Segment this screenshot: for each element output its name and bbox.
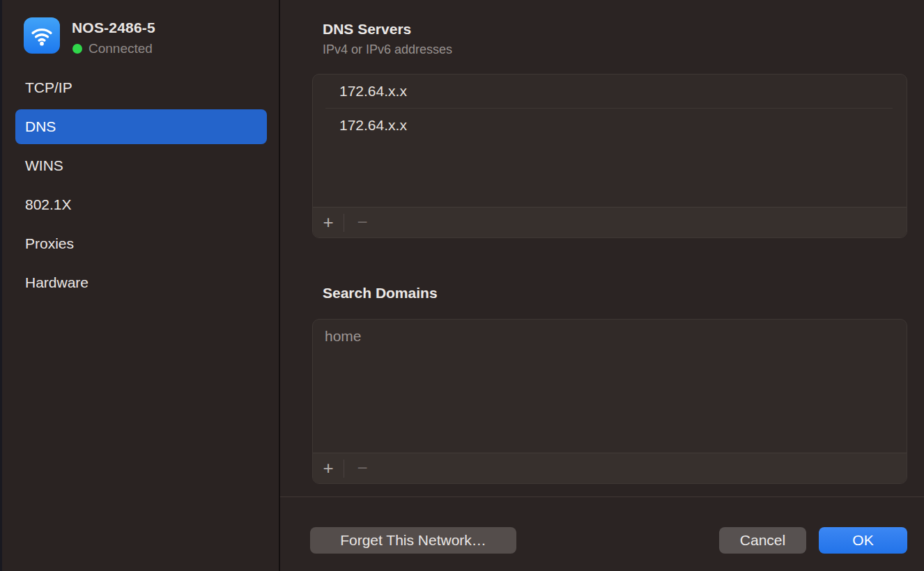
- dns-servers-title: DNS Servers: [323, 21, 411, 38]
- remove-search-domain-button[interactable]: −: [344, 453, 380, 484]
- wifi-glyph: [29, 23, 54, 48]
- sidebar-nav: TCP/IP DNS WINS 802.1X Proxies Hardware: [15, 70, 267, 304]
- connected-status-dot-icon: [72, 44, 82, 54]
- sidebar-item-label: TCP/IP: [25, 79, 72, 96]
- cancel-button[interactable]: Cancel: [719, 527, 806, 554]
- search-domains-footer: + −: [313, 453, 907, 483]
- sidebar: NOS-2486-5 Connected TCP/IP DNS WINS 802…: [2, 0, 279, 571]
- sidebar-item-label: DNS: [25, 118, 56, 135]
- main-panel: DNS Servers IPv4 or IPv6 addresses 172.6…: [280, 0, 924, 571]
- search-domain-entry[interactable]: home: [313, 320, 907, 353]
- search-domain-value: home: [325, 328, 362, 345]
- network-details-dialog: { "sidebar": { "network": { "name": "NOS…: [0, 0, 924, 571]
- sidebar-item-label: Hardware: [25, 274, 88, 291]
- wifi-icon: [24, 17, 60, 54]
- dns-servers-listbox: 172.64.x.x 172.64.x.x + −: [312, 74, 907, 238]
- dns-server-entry[interactable]: 172.64.x.x: [313, 109, 907, 142]
- sidebar-item-hardware[interactable]: Hardware: [15, 265, 267, 300]
- network-status: Connected: [72, 41, 153, 56]
- sidebar-item-label: WINS: [25, 157, 63, 174]
- dns-server-value: 172.64.x.x: [339, 117, 407, 134]
- dns-servers-subtitle: IPv4 or IPv6 addresses: [323, 42, 452, 57]
- sidebar-item-tcpip[interactable]: TCP/IP: [15, 70, 267, 105]
- dns-server-value: 172.64.x.x: [339, 83, 407, 100]
- dns-server-entry[interactable]: 172.64.x.x: [313, 75, 907, 108]
- add-search-domain-button[interactable]: +: [313, 453, 344, 484]
- network-status-label: Connected: [88, 41, 153, 56]
- sidebar-item-dns[interactable]: DNS: [15, 109, 267, 144]
- network-name: NOS-2486-5: [72, 19, 155, 36]
- sidebar-item-label: Proxies: [25, 235, 74, 252]
- sidebar-item-8021x[interactable]: 802.1X: [15, 187, 267, 222]
- sidebar-item-proxies[interactable]: Proxies: [15, 226, 267, 261]
- sidebar-item-wins[interactable]: WINS: [15, 148, 267, 183]
- remove-dns-server-button[interactable]: −: [344, 208, 380, 238]
- forget-network-button[interactable]: Forget This Network…: [310, 527, 516, 554]
- search-domains-title: Search Domains: [323, 285, 438, 302]
- dns-servers-footer: + −: [313, 207, 907, 237]
- search-domains-listbox: home + −: [312, 319, 907, 484]
- ok-button[interactable]: OK: [819, 527, 907, 554]
- footer-divider: [280, 496, 924, 497]
- sidebar-item-label: 802.1X: [25, 196, 72, 213]
- add-dns-server-button[interactable]: +: [313, 208, 344, 238]
